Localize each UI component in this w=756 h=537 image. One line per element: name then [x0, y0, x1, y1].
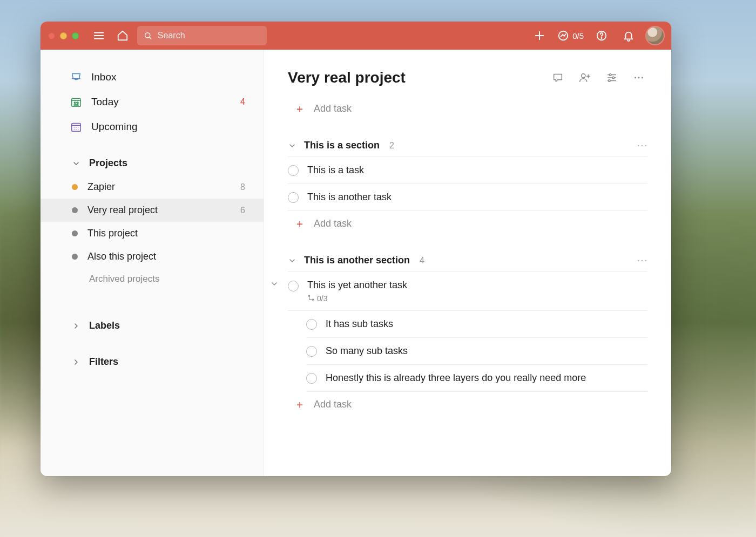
chevron-right-icon — [72, 358, 80, 366]
app-body: Inbox 12 Today 4 Upcoming — [40, 50, 671, 476]
quick-add-button[interactable] — [530, 26, 549, 45]
sidebar-item-today[interactable]: 12 Today 4 — [40, 90, 264, 114]
sidebar-archived-projects[interactable]: Archived projects — [40, 268, 264, 290]
svg-line-4 — [150, 37, 151, 39]
person-plus-icon — [578, 72, 591, 84]
task-checkbox[interactable] — [288, 192, 299, 203]
section-header[interactable]: This is another section 4 — [288, 255, 647, 272]
section: This is another section 4 This is yet an… — [288, 255, 647, 417]
sidebar-project-zapier[interactable]: Zapier 8 — [40, 175, 264, 199]
svg-point-21 — [582, 74, 585, 78]
help-icon — [596, 30, 608, 42]
task-row[interactable]: So many sub tasks — [306, 338, 647, 365]
goal-count: 0/5 — [572, 31, 584, 40]
sidebar-item-upcoming[interactable]: Upcoming — [40, 114, 264, 139]
sidebar-labels-header[interactable]: Labels — [40, 314, 264, 338]
app-window: 0/5 Inbox 12 — [40, 22, 671, 476]
add-task-button[interactable]: ＋ Add task — [288, 392, 647, 417]
section-more-button[interactable] — [637, 259, 647, 263]
more-horizontal-icon — [637, 259, 647, 263]
svg-point-29 — [609, 80, 611, 82]
window-minimize-button[interactable] — [60, 32, 67, 39]
sidebar-item-label: Zapier — [87, 181, 115, 193]
productivity-button[interactable]: 0/5 — [557, 26, 584, 45]
section-count: 4 — [420, 256, 424, 266]
notifications-button[interactable] — [619, 26, 638, 45]
project-color-dot — [72, 207, 78, 213]
sidebar-filters-header[interactable]: Filters — [40, 350, 264, 374]
share-button[interactable] — [576, 69, 593, 86]
svg-point-40 — [312, 299, 313, 300]
section-title: This is another section — [304, 255, 410, 266]
sidebar-project-also-this-project[interactable]: Also this project — [40, 245, 264, 268]
search-icon — [144, 31, 152, 40]
project-color-dot — [72, 254, 78, 260]
more-horizontal-icon — [633, 72, 645, 84]
sidebar-projects-header[interactable]: Projects — [40, 151, 264, 175]
plus-icon: ＋ — [294, 216, 305, 231]
task-row[interactable]: This is another task — [288, 184, 647, 211]
subtask-tree-icon — [307, 295, 315, 302]
chevron-down-icon[interactable] — [288, 141, 296, 150]
project-color-dot — [72, 184, 78, 190]
comment-icon — [552, 72, 564, 84]
help-button[interactable] — [592, 26, 611, 45]
task-row[interactable]: This is yet another task 0/3 — [288, 272, 647, 311]
svg-point-38 — [645, 260, 646, 261]
subtask-list: It has sub tasks So many sub tasks Hones… — [306, 311, 647, 392]
task-title: This is a task — [307, 165, 364, 176]
more-options-button[interactable] — [630, 69, 647, 86]
task-title: Honestly this is already three layers do… — [326, 372, 586, 384]
task-checkbox[interactable] — [288, 281, 299, 291]
menu-toggle-button[interactable] — [90, 26, 108, 45]
hamburger-icon — [93, 30, 105, 42]
add-task-button[interactable]: ＋ Add task — [288, 211, 647, 236]
window-maximize-button[interactable] — [72, 32, 79, 39]
progress-circle-icon — [557, 30, 569, 42]
sidebar-labels-label: Labels — [89, 320, 120, 331]
chevron-down-icon[interactable] — [269, 280, 279, 288]
task-checkbox[interactable] — [306, 373, 317, 384]
add-task-label: Add task — [314, 103, 352, 114]
sidebar-item-label: Very real project — [87, 205, 158, 216]
sidebar-project-this-project[interactable]: This project — [40, 222, 264, 245]
task-row[interactable]: This is a task — [288, 157, 647, 184]
project-color-dot — [72, 230, 78, 236]
svg-point-32 — [642, 77, 643, 79]
calendar-upcoming-icon — [70, 121, 83, 133]
svg-point-3 — [145, 33, 150, 38]
chevron-down-icon[interactable] — [288, 256, 296, 265]
sidebar-item-count: 8 — [240, 182, 245, 192]
task-title: This is yet another task — [307, 280, 407, 291]
sidebar-item-label: Also this project — [87, 251, 156, 262]
svg-point-31 — [638, 77, 640, 79]
page-title: Very real project — [288, 69, 406, 86]
avatar[interactable] — [646, 27, 664, 44]
sidebar-item-inbox[interactable]: Inbox — [40, 65, 264, 90]
chevron-right-icon — [72, 322, 80, 330]
search-input[interactable] — [158, 31, 260, 40]
sidebar-projects-label: Projects — [89, 158, 127, 169]
task-row[interactable]: It has sub tasks — [306, 311, 647, 338]
window-close-button[interactable] — [48, 32, 55, 39]
task-checkbox[interactable] — [306, 346, 317, 357]
project-header: Very real project — [288, 69, 647, 86]
search-field[interactable] — [137, 26, 267, 45]
comments-button[interactable] — [549, 69, 566, 86]
svg-point-35 — [645, 145, 646, 146]
home-icon — [117, 30, 129, 42]
svg-point-30 — [634, 77, 636, 79]
task-title: So many sub tasks — [326, 345, 408, 357]
titlebar-right: 0/5 — [530, 26, 664, 45]
section-header[interactable]: This is a section 2 — [288, 140, 647, 157]
sidebar-item-label: Inbox — [91, 71, 116, 83]
view-options-button[interactable] — [603, 69, 620, 86]
sidebar-project-very-real-project[interactable]: Very real project 6 — [40, 199, 264, 222]
home-button[interactable] — [113, 26, 132, 45]
task-checkbox[interactable] — [288, 165, 299, 176]
window-controls — [48, 32, 79, 39]
task-checkbox[interactable] — [306, 319, 317, 330]
section-more-button[interactable] — [637, 144, 647, 148]
add-task-button[interactable]: ＋ Add task — [288, 96, 647, 121]
task-row[interactable]: Honestly this is already three layers do… — [306, 365, 647, 392]
